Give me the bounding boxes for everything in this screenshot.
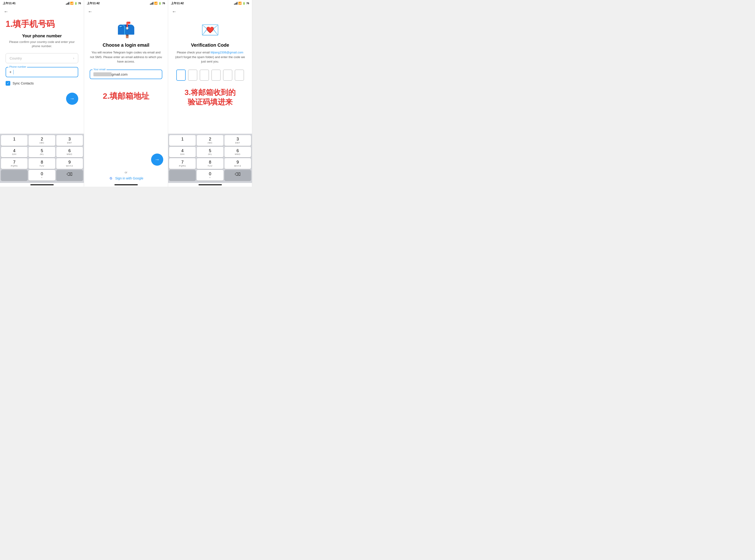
key-letters: TUV <box>28 165 55 167</box>
key-1-3[interactable]: 3 DEF <box>56 135 83 146</box>
key-num: 5 <box>197 148 223 153</box>
phone-prefix: + <box>9 70 12 74</box>
key-num: 8 <box>28 160 55 165</box>
status-icons-3: 📶 🔋 76 <box>234 2 249 5</box>
key-letters: MNO <box>56 153 83 155</box>
key-letters: DEF <box>225 142 251 144</box>
back-button-1[interactable]: ← <box>0 6 84 17</box>
key3-3-1[interactable]: 7 PQRS <box>169 158 196 169</box>
key-letters: PQRS <box>1 165 27 167</box>
key-0[interactable]: 0 + <box>28 170 55 181</box>
key-num: 4 <box>1 148 27 153</box>
key-letters: + <box>28 176 55 179</box>
screen1: 上午11:41 📶 🔋 76 ← 1.填手机号码 Your phone numb… <box>0 0 84 187</box>
sync-contacts-row[interactable]: ✓ Sync Contacts <box>6 81 78 86</box>
key-3-3[interactable]: 9 WXYZ <box>56 158 83 169</box>
key-num: 5 <box>28 148 55 153</box>
back-button-3[interactable]: ← <box>168 6 252 17</box>
status-icons-1: 📶 🔋 76 <box>66 2 81 5</box>
key-num: 3 <box>225 137 251 142</box>
phone-input-field[interactable]: Phone number + <box>6 67 78 77</box>
phone-input-label: Phone number <box>8 65 27 68</box>
time-2: 上午11:42 <box>87 1 100 5</box>
next-button-2[interactable]: → <box>151 154 163 166</box>
time-3: 上午11:42 <box>171 1 184 5</box>
key-letters: GHI <box>1 153 27 155</box>
key3-1-3[interactable]: 3 DEF <box>225 135 251 146</box>
code-box-6[interactable] <box>235 69 244 81</box>
divider-or: or <box>125 171 128 174</box>
keyboard-row-2: 4 GHI 5 JKL 6 MNO <box>1 147 83 158</box>
key-letters: + <box>197 176 223 179</box>
keyboard-row-3: 7 PQRS 8 TUV 9 WXYZ <box>1 158 83 169</box>
keyboard-row-3-4: 0 + ⌫ <box>169 170 251 181</box>
key-letters: JKL <box>28 153 55 155</box>
keyboard-row-3-1: 1 2 ABC 3 DEF <box>169 135 251 146</box>
key-3-2[interactable]: 8 TUV <box>28 158 55 169</box>
home-indicator-3 <box>198 184 222 185</box>
key-blank <box>1 170 27 181</box>
key-letters: ABC <box>197 142 223 144</box>
key-2-3[interactable]: 6 MNO <box>56 147 83 158</box>
google-signin-button[interactable]: G Sign in with Google <box>109 176 143 181</box>
status-bar-3: 上午11:42 📶 🔋 76 <box>168 0 252 6</box>
key-1-2[interactable]: 2 ABC <box>28 135 55 146</box>
key-backspace-3[interactable]: ⌫ <box>225 170 251 181</box>
code-box-2[interactable] <box>188 69 197 81</box>
key-num: 2 <box>197 137 223 142</box>
key3-0[interactable]: 0 + <box>197 170 223 181</box>
key3-3-3[interactable]: 9 WXYZ <box>225 158 251 169</box>
email-value: l••••••••••gmail.com <box>93 72 159 76</box>
next-button-1[interactable]: → <box>66 93 78 105</box>
key3-2-3[interactable]: 6 MNO <box>225 147 251 158</box>
key-letters: WXYZ <box>225 165 251 167</box>
key3-1-1[interactable]: 1 <box>169 135 196 146</box>
battery-percent-3: 76 <box>246 2 249 5</box>
back-button-2[interactable]: ← <box>84 6 168 17</box>
key-letters: MNO <box>225 153 251 155</box>
wifi-icon-2: 📶 <box>154 2 158 5</box>
key-num: 1 <box>169 137 196 142</box>
key-num: 3 <box>56 137 83 142</box>
wifi-icon-3: 📶 <box>238 2 242 5</box>
key-num: 7 <box>169 160 196 165</box>
key3-2-2[interactable]: 5 JKL <box>197 147 223 158</box>
key-num: 6 <box>56 148 83 153</box>
key-num: 8 <box>197 160 223 165</box>
key-letters: WXYZ <box>56 165 83 167</box>
key-num: 0 <box>28 172 55 176</box>
key-letters: TUV <box>197 165 223 167</box>
key-3-1[interactable]: 7 PQRS <box>1 158 27 169</box>
phone-subtitle: Please confirm your country code and ent… <box>6 40 78 48</box>
country-selector[interactable]: Country › <box>6 53 78 63</box>
status-bar-1: 上午11:41 📶 🔋 76 <box>0 0 84 6</box>
code-box-4[interactable] <box>211 69 221 81</box>
screen3-content: 💌 Verification Code Please check your em… <box>168 17 252 134</box>
key-1-1[interactable]: 1 <box>1 135 27 146</box>
key3-1-2[interactable]: 2 ABC <box>197 135 223 146</box>
choose-email-subtitle: You will receive Telegram login codes vi… <box>90 50 162 64</box>
keyboard-row-4: 0 + ⌫ <box>1 170 83 181</box>
email-input-field[interactable]: Your email l••••••••••gmail.com <box>90 69 162 79</box>
key-2-2[interactable]: 5 JKL <box>28 147 55 158</box>
key-num: 4 <box>169 148 196 153</box>
key-2-1[interactable]: 4 GHI <box>1 147 27 158</box>
code-box-1[interactable] <box>176 69 186 81</box>
home-indicator-1 <box>31 184 54 185</box>
instruction-2: 2.填邮箱地址 <box>103 91 149 101</box>
key-backspace-1[interactable]: ⌫ <box>56 170 83 181</box>
key-letters: GHI <box>169 153 196 155</box>
verification-title: Verification Code <box>191 42 229 48</box>
key-num: 1 <box>1 137 27 142</box>
key-num: 6 <box>225 148 251 153</box>
battery-2: 🔋 <box>158 2 161 5</box>
status-icons-2: 📶 🔋 76 <box>150 2 165 5</box>
phone-cursor <box>13 70 14 75</box>
key3-3-2[interactable]: 8 TUV <box>197 158 223 169</box>
screen3: 上午11:42 📶 🔋 76 ← 💌 Verification Code Ple… <box>168 0 252 187</box>
sync-checkbox[interactable]: ✓ <box>6 81 10 86</box>
key3-2-1[interactable]: 4 GHI <box>169 147 196 158</box>
code-box-3[interactable] <box>200 69 209 81</box>
key3-blank <box>169 170 196 181</box>
code-box-5[interactable] <box>223 69 232 81</box>
